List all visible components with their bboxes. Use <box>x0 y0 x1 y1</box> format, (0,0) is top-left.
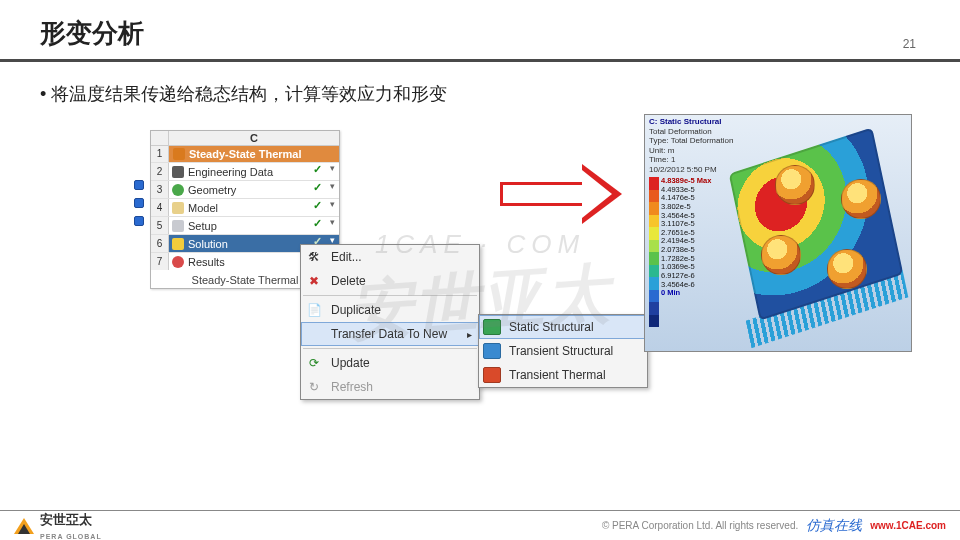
duplicate-icon: 📄 <box>305 302 323 318</box>
system-title: Steady-State Thermal <box>189 148 301 160</box>
result-date: 10/2/2012 5:50 PM <box>649 165 733 175</box>
result-contour-image: C: Static Structural Total Deformation T… <box>644 114 912 352</box>
cell-model[interactable]: Model <box>169 199 309 216</box>
context-menu: 🛠Edit... ✖Delete 📄Duplicate Transfer Dat… <box>300 244 480 400</box>
column-header: C <box>169 131 339 145</box>
geometry-icon <box>172 184 184 196</box>
menu-label: Duplicate <box>331 303 381 317</box>
results-icon <box>172 256 184 268</box>
submenu-item-transient-structural[interactable]: Transient Structural <box>479 339 647 363</box>
page-number: 21 <box>903 37 920 51</box>
status-check-icon: ✓ <box>309 181 325 198</box>
menu-item-update[interactable]: ⟳Update <box>301 351 479 375</box>
submenu-item-static-structural[interactable]: Static Structural <box>479 315 647 339</box>
menu-label: Transfer Data To New <box>331 327 447 341</box>
update-icon: ⟳ <box>305 355 323 371</box>
row-number: 7 <box>151 253 169 270</box>
row-number: 2 <box>151 163 169 180</box>
slide-footer: 安世亞太 PERA GLOBAL © PERA Corporation Ltd.… <box>0 510 960 540</box>
row-number: 3 <box>151 181 169 198</box>
brand-text: 仿真在线 <box>806 517 862 535</box>
cell-label: Geometry <box>188 184 236 196</box>
menu-separator <box>303 348 477 349</box>
result-time: Time: 1 <box>649 155 733 165</box>
submenu-label: Transient Structural <box>509 344 613 358</box>
menu-item-duplicate[interactable]: 📄Duplicate <box>301 298 479 322</box>
thermal-icon <box>173 148 185 160</box>
status-check-icon: ✓ <box>309 163 325 180</box>
status-check-icon: ✓ <box>309 199 325 216</box>
row-number: 4 <box>151 199 169 216</box>
cell-solution[interactable]: Solution <box>169 235 309 252</box>
logo-triangle-icon <box>14 518 34 534</box>
menu-item-transfer-data[interactable]: Transfer Data To New▸ <box>301 322 479 346</box>
slide-title: 形变分析 <box>40 16 144 51</box>
result-unit: Unit: m <box>649 146 733 156</box>
dropdown-icon[interactable]: ▾ <box>325 217 339 234</box>
menu-label: Delete <box>331 274 366 288</box>
submenu-arrow-icon: ▸ <box>467 329 472 340</box>
menu-item-edit[interactable]: 🛠Edit... <box>301 245 479 269</box>
static-structural-icon <box>483 319 501 335</box>
refresh-icon: ↻ <box>305 379 323 395</box>
contour-legend: 4.8389e-5 Max 4.4933e-5 4.1476e-5 3.802e… <box>649 177 711 327</box>
cell-label: Results <box>188 256 225 268</box>
footer-url: www.1CAE.com <box>870 520 946 531</box>
share-connector-icon <box>134 216 144 226</box>
solution-icon <box>172 238 184 250</box>
submenu-label: Static Structural <box>509 320 594 334</box>
share-connector-icon <box>134 180 144 190</box>
cell-label: Model <box>188 202 218 214</box>
cell-results[interactable]: Results <box>169 253 309 270</box>
copyright-text: © PERA Corporation Ltd. All rights reser… <box>602 520 798 531</box>
menu-item-delete[interactable]: ✖Delete <box>301 269 479 293</box>
content-stage: C 1 Steady-State Thermal 2 Engineering D… <box>40 122 920 462</box>
dropdown-icon[interactable]: ▾ <box>325 163 339 180</box>
dropdown-icon[interactable]: ▾ <box>325 181 339 198</box>
submenu-item-transient-thermal[interactable]: Transient Thermal <box>479 363 647 387</box>
transient-structural-icon <box>483 343 501 359</box>
bullet-text: 将温度结果传递给稳态结构，计算等效应力和形变 <box>40 82 920 106</box>
cell-label: Solution <box>188 238 228 250</box>
setup-icon <box>172 220 184 232</box>
cell-setup[interactable]: Setup <box>169 217 309 234</box>
deformation-model <box>731 139 905 339</box>
menu-item-refresh: ↻Refresh <box>301 375 479 399</box>
menu-separator <box>303 295 477 296</box>
transfer-icon <box>305 326 323 342</box>
model-icon <box>172 202 184 214</box>
arrow-icon <box>500 164 630 224</box>
row-number: 6 <box>151 235 169 252</box>
menu-label: Refresh <box>331 380 373 394</box>
cell-engineering-data[interactable]: Engineering Data <box>169 163 309 180</box>
cell-geometry[interactable]: Geometry <box>169 181 309 198</box>
cell-label: Setup <box>188 220 217 232</box>
engineering-data-icon <box>172 166 184 178</box>
logo-chinese: 安世亞太 <box>40 512 92 527</box>
row-number: 5 <box>151 217 169 234</box>
menu-label: Update <box>331 356 370 370</box>
edit-icon: 🛠 <box>305 249 323 265</box>
delete-icon: ✖ <box>305 273 323 289</box>
result-type: Type: Total Deformation <box>649 136 733 146</box>
cell-label: Engineering Data <box>188 166 273 178</box>
system-title-cell[interactable]: Steady-State Thermal <box>169 146 339 162</box>
logo-english: PERA GLOBAL <box>40 533 102 540</box>
footer-logo: 安世亞太 PERA GLOBAL <box>14 511 102 541</box>
result-subtitle: Total Deformation <box>649 127 733 137</box>
menu-label: Edit... <box>331 250 362 264</box>
status-check-icon: ✓ <box>309 217 325 234</box>
dropdown-icon[interactable]: ▾ <box>325 199 339 216</box>
result-title: C: Static Structural <box>649 117 721 126</box>
legend-min: 0 Min <box>661 289 711 298</box>
row-number: 1 <box>151 146 169 162</box>
result-header: C: Static Structural Total Deformation T… <box>649 117 733 175</box>
transient-thermal-icon <box>483 367 501 383</box>
submenu-label: Transient Thermal <box>509 368 606 382</box>
share-connector-icon <box>134 198 144 208</box>
submenu-transfer-data: Static Structural Transient Structural T… <box>478 314 648 388</box>
